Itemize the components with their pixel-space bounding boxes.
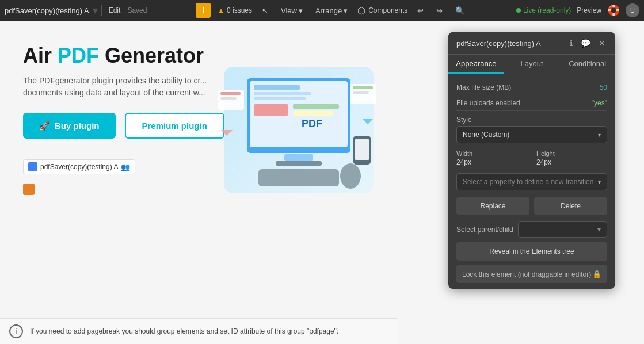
toolbar-left: pdfSaver(copy)(testing) A ▾ Edit Saved — [5, 4, 147, 17]
buy-label: Buy plugin — [55, 121, 100, 131]
delete-button[interactable]: Delete — [534, 197, 607, 215]
tab-conditional-label: Conditional — [569, 59, 606, 68]
lock-label: Lock this element (not draggable in edit… — [462, 270, 591, 278]
app-name-label: pdfSaver(copy)(testing) A — [5, 6, 89, 15]
height-value: 24px — [536, 158, 607, 166]
svg-rect-23 — [355, 139, 369, 160]
svg-rect-6 — [254, 104, 288, 116]
warning-icon: ! — [196, 3, 211, 18]
height-group: Height 24px — [536, 150, 607, 166]
panel-title: pdfSaver(copy)(testing) A — [456, 39, 541, 48]
buy-button[interactable]: 🚀 Buy plugin — [23, 113, 116, 139]
issues-count: ▲ 0 issues — [218, 6, 252, 14]
panel-header: pdfSaver(copy)(testing) A ℹ 💬 ✕ — [448, 32, 615, 55]
toolbar: pdfSaver(copy)(testing) A ▾ Edit Saved !… — [0, 0, 644, 21]
live-dot — [516, 8, 521, 13]
view-label: View — [281, 6, 297, 15]
issues-text: 0 issues — [227, 6, 252, 14]
svg-rect-19 — [353, 91, 369, 94]
comment-icon: 💬 — [581, 39, 590, 48]
style-value: None (Custom) — [463, 131, 509, 139]
arrange-chevron-icon: ▾ — [344, 6, 348, 15]
cursor-button[interactable]: ↖ — [259, 5, 271, 16]
width-label: Width — [456, 150, 527, 157]
arrange-button[interactable]: Arrange ▾ — [313, 5, 350, 16]
panel-info-button[interactable]: ℹ — [568, 38, 574, 48]
hero-image-area: PDF — [201, 21, 397, 239]
close-icon: ✕ — [599, 39, 605, 48]
toolbar-divider — [101, 5, 102, 16]
main-area: Air PDF Generator The PDFgenerator plugi… — [0, 21, 644, 344]
components-label: Components — [368, 6, 407, 14]
svg-rect-16 — [220, 97, 237, 100]
bottom-bar-text: If you need to add pagebreak you should … — [30, 327, 338, 335]
file-uploads-label: File uploads enabled — [456, 99, 520, 107]
parent-child-select[interactable]: ▾ — [518, 221, 607, 238]
replace-button[interactable]: Replace — [456, 197, 529, 215]
style-dropdown[interactable]: None (Custom) ▾ — [456, 126, 607, 143]
tab-layout[interactable]: Layout — [504, 55, 560, 74]
style-section-label: Style — [456, 111, 607, 126]
search-button[interactable]: 🔍 — [452, 5, 467, 16]
edit-button[interactable]: Edit — [105, 5, 124, 16]
arrange-label: Arrange — [315, 6, 342, 15]
bottom-bar: i If you need to add pagebreak you shoul… — [0, 318, 397, 344]
parent-child-chevron-icon: ▾ — [597, 225, 601, 234]
preview-button[interactable]: Preview — [577, 6, 601, 14]
cube-icon: ⬡ — [357, 5, 365, 16]
svg-rect-11 — [276, 161, 322, 166]
redo-icon: ↪ — [436, 6, 443, 15]
search-icon: 🔍 — [455, 6, 464, 15]
undo-icon: ↩ — [417, 6, 424, 15]
svg-text:PDF: PDF — [302, 118, 322, 129]
max-file-size-label: Max file size (MB) — [456, 83, 511, 91]
components-button[interactable]: ⬡ Components — [357, 5, 407, 16]
transition-dropdown[interactable]: Select a property to define a new transi… — [456, 173, 607, 190]
action-buttons: Replace Delete — [456, 197, 607, 215]
tab-appearance[interactable]: Appearance — [448, 55, 504, 74]
redo-button[interactable]: ↪ — [433, 5, 445, 16]
svg-point-13 — [340, 163, 361, 189]
panel-close-button[interactable]: ✕ — [597, 38, 607, 48]
help-icon[interactable]: 🛟 — [607, 4, 620, 17]
saved-status: Saved — [127, 6, 147, 14]
file-uploads-value: "yes" — [592, 99, 607, 107]
lock-icon: 🔒 — [592, 270, 601, 278]
info-circle-icon[interactable]: i — [9, 324, 23, 338]
transition-chevron-icon: ▾ — [598, 179, 601, 185]
panel-header-icons: ℹ 💬 ✕ — [568, 38, 607, 48]
live-label: Live (read-only) — [523, 6, 571, 14]
svg-rect-8 — [293, 111, 333, 116]
tab-layout-label: Layout — [520, 59, 543, 68]
max-file-size-row: Max file size (MB) 50 — [456, 80, 607, 95]
panel-tabs: Appearance Layout Conditional — [448, 55, 615, 74]
svg-rect-18 — [353, 86, 373, 89]
view-chevron-icon: ▾ — [299, 6, 303, 15]
parent-child-row: Select parent/child ▾ — [456, 221, 607, 238]
svg-rect-4 — [254, 92, 311, 95]
reveal-button[interactable]: Reveal in the Elements tree — [456, 242, 607, 261]
undo-button[interactable]: ↩ — [414, 5, 426, 16]
max-file-size-value: 50 — [600, 83, 607, 91]
panel-comment-button[interactable]: 💬 — [579, 38, 592, 48]
panel-body: Max file size (MB) 50 File uploads enabl… — [448, 74, 615, 289]
dropdown-chevron[interactable]: ▾ — [93, 4, 98, 17]
view-button[interactable]: View ▾ — [278, 5, 306, 16]
dimensions-row: Width 24px Height 24px — [456, 150, 607, 166]
color-box — [23, 184, 35, 195]
group-icon: 👥 — [121, 163, 130, 171]
element-name: pdfSaver(copy)(testing) A — [40, 163, 118, 171]
tab-appearance-label: Appearance — [456, 59, 496, 68]
hero-illustration-svg: PDF — [212, 44, 385, 216]
file-uploads-row: File uploads enabled "yes" — [456, 95, 607, 111]
lock-row[interactable]: Lock this element (not draggable in edit… — [456, 265, 607, 283]
tab-conditional[interactable]: Conditional — [559, 55, 615, 74]
svg-rect-12 — [258, 169, 339, 186]
parent-child-label: Select parent/child — [456, 225, 513, 234]
transition-placeholder: Select a property to define a new transi… — [463, 178, 593, 186]
hero-title-highlight: PDF — [58, 44, 99, 67]
info-icon: ℹ — [570, 39, 573, 48]
element-badge[interactable]: pdfSaver(copy)(testing) A 👥 — [23, 159, 135, 174]
hero-title-rest: Generator — [99, 44, 204, 67]
width-value: 24px — [456, 158, 527, 166]
